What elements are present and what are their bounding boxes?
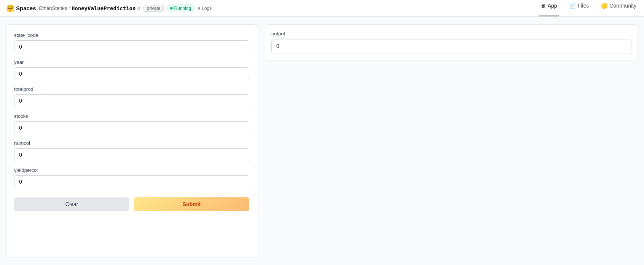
label-state_code: state_code: [14, 32, 249, 38]
label-totalprod: totalprod: [14, 86, 249, 92]
output-box: output 0: [265, 24, 638, 60]
input-numcol[interactable]: [14, 148, 249, 161]
form-group-stocks: stocks: [14, 113, 249, 134]
tab-files-label: Files: [578, 3, 589, 9]
spaces-logo[interactable]: 🤗 Spaces: [6, 4, 36, 13]
form-group-totalprod: totalprod: [14, 86, 249, 107]
input-state_code[interactable]: [14, 40, 249, 53]
tab-app-label: App: [548, 3, 557, 9]
clear-button[interactable]: Clear: [14, 197, 129, 211]
tab-files[interactable]: 📄 Files: [568, 0, 591, 16]
breadcrumb-repo[interactable]: HoneyValuePrediction: [72, 5, 136, 11]
right-panel: output 0: [265, 24, 638, 257]
logs-badge[interactable]: ≡ Logs: [198, 6, 212, 11]
running-dot: [170, 7, 173, 10]
input-year[interactable]: [14, 67, 249, 80]
form-group-numcol: numcol: [14, 140, 249, 161]
breadcrumb-owner[interactable]: EthanStanks: [39, 5, 67, 11]
submit-button[interactable]: Submit: [134, 197, 249, 211]
logs-label: Logs: [202, 6, 212, 11]
label-yieldpercol: yieldpercol: [14, 167, 249, 173]
form-group-year: year: [14, 59, 249, 80]
tab-community-label: Community: [609, 3, 636, 9]
input-stocks[interactable]: [14, 121, 249, 134]
logs-icon: ≡: [198, 6, 200, 11]
label-numcol: numcol: [14, 140, 249, 146]
output-label: output: [271, 31, 631, 36]
tab-community[interactable]: 🟡 Community: [599, 0, 638, 16]
private-badge: private: [143, 5, 163, 12]
form-group-yieldpercol: yieldpercol: [14, 167, 249, 188]
buttons-row: Clear Submit: [14, 197, 249, 211]
spaces-icon: 🤗: [6, 4, 14, 13]
tab-app[interactable]: 🖥 App: [539, 0, 559, 16]
running-badge: Running: [167, 5, 195, 12]
input-totalprod[interactable]: [14, 94, 249, 107]
left-panel: state_codeyeartotalprodstocksnumcolyield…: [6, 24, 257, 257]
input-yieldpercol[interactable]: [14, 175, 249, 188]
label-year: year: [14, 59, 249, 65]
copy-icon[interactable]: ⧉: [137, 6, 140, 11]
breadcrumb-separator: /: [69, 5, 70, 11]
label-stocks: stocks: [14, 113, 249, 119]
files-icon: 📄: [569, 3, 576, 9]
form-group-state_code: state_code: [14, 32, 249, 53]
main-content: state_codeyeartotalprodstocksnumcolyield…: [0, 17, 644, 265]
app-icon: 🖥: [540, 3, 546, 9]
output-value: 0: [271, 40, 631, 54]
header-nav: 🖥 App 📄 Files 🟡 Community: [539, 0, 638, 16]
community-icon: 🟡: [601, 3, 607, 9]
header: 🤗 Spaces EthanStanks / HoneyValuePredict…: [0, 0, 644, 17]
spaces-label: Spaces: [16, 5, 36, 11]
form-fields: state_codeyeartotalprodstocksnumcolyield…: [14, 32, 249, 194]
running-label: Running: [174, 6, 191, 11]
breadcrumb: EthanStanks / HoneyValuePrediction ⧉: [39, 5, 141, 11]
